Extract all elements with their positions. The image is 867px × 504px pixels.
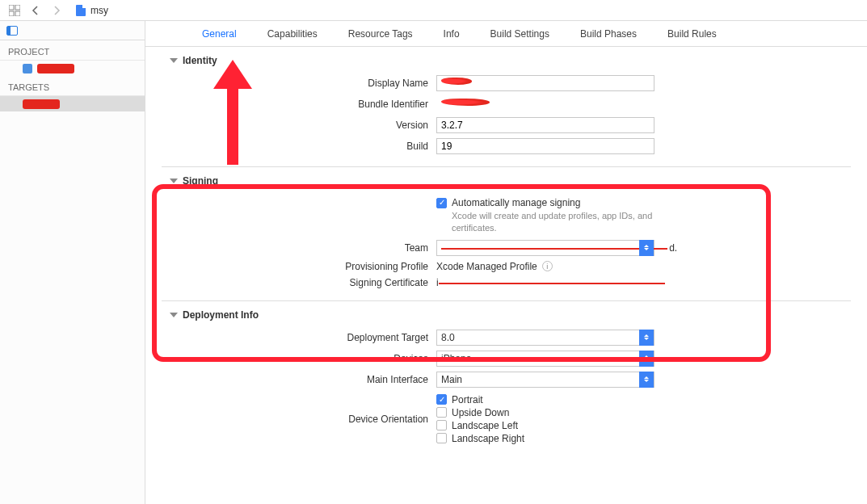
tab-build-phases[interactable]: Build Phases bbox=[580, 28, 637, 40]
devices-value: iPhone bbox=[441, 353, 471, 364]
breadcrumb[interactable]: msy bbox=[76, 5, 108, 16]
select-chevron-icon bbox=[639, 351, 654, 367]
section-signing: Signing Automatically manage signing Xco… bbox=[145, 167, 867, 299]
orientation-portrait[interactable]: Portrait bbox=[436, 394, 654, 405]
build-input[interactable] bbox=[436, 138, 654, 154]
deployment-target-value: 8.0 bbox=[441, 332, 455, 343]
tab-build-rules[interactable]: Build Rules bbox=[667, 28, 717, 40]
svg-rect-2 bbox=[9, 11, 14, 16]
checkbox-icon bbox=[436, 394, 447, 405]
version-input[interactable] bbox=[436, 117, 654, 133]
profile-value: Xcode Managed Profile bbox=[436, 261, 537, 272]
select-chevron-icon bbox=[639, 330, 654, 346]
section-identity: Identity Display Name Bundle Identifier … bbox=[145, 47, 867, 165]
identity-header[interactable]: Identity bbox=[170, 55, 843, 66]
tab-capabilities[interactable]: Capabilities bbox=[267, 28, 318, 40]
display-name-input[interactable] bbox=[436, 75, 654, 91]
sidebar-project-item[interactable] bbox=[0, 61, 145, 76]
project-file-icon bbox=[76, 5, 86, 16]
path-toolbar: msy bbox=[0, 0, 867, 21]
version-label: Version bbox=[170, 120, 436, 131]
signing-header[interactable]: Signing bbox=[170, 175, 843, 187]
redacted-team-value: XXXXXXXXXXXXXXXXXXXXXXXXXXXXXXXXXXX bbox=[441, 242, 667, 254]
redacted-target-name bbox=[23, 99, 60, 109]
devices-select[interactable]: iPhone bbox=[436, 351, 654, 367]
project-heading: PROJECT bbox=[0, 40, 145, 61]
disclosure-triangle-icon bbox=[170, 313, 178, 317]
devices-label: Devices bbox=[170, 353, 436, 364]
tab-resource-tags[interactable]: Resource Tags bbox=[348, 28, 413, 40]
tab-build-settings[interactable]: Build Settings bbox=[490, 28, 549, 40]
bundle-id-label: Bundle Identifier bbox=[170, 99, 436, 110]
display-name-label: Display Name bbox=[170, 78, 436, 89]
checkbox-icon bbox=[436, 198, 447, 208]
left-panel-icon[interactable] bbox=[6, 26, 18, 36]
select-chevron-icon bbox=[639, 240, 654, 256]
auto-signing-checkbox-row[interactable]: Automatically manage signing bbox=[436, 197, 695, 208]
deployment-target-label: Deployment Target bbox=[170, 332, 436, 343]
cert-label: Signing Certificate bbox=[170, 277, 436, 288]
orientation-landscape-left[interactable]: Landscape Left bbox=[436, 420, 654, 431]
section-deployment: Deployment Info Deployment Target 8.0 De… bbox=[145, 301, 867, 456]
team-value-suffix: d. bbox=[669, 242, 677, 254]
svg-rect-1 bbox=[15, 5, 20, 10]
editor-tabbar: General Capabilities Resource Tags Info … bbox=[145, 21, 867, 47]
checkbox-icon bbox=[436, 407, 447, 418]
orientation-label: Device Orientation bbox=[170, 414, 436, 425]
bundle-id-value bbox=[436, 96, 654, 112]
main-interface-select[interactable]: Main bbox=[436, 372, 654, 388]
redacted-display-name bbox=[441, 78, 472, 85]
related-items-icon[interactable] bbox=[8, 4, 21, 17]
deployment-target-select[interactable]: 8.0 bbox=[436, 330, 654, 346]
project-icon bbox=[23, 64, 32, 74]
team-select[interactable]: XXXXXXXXXXXXXXXXXXXXXXXXXXXXXXXXXXX d. bbox=[436, 240, 654, 256]
main-interface-label: Main Interface bbox=[170, 374, 436, 385]
deployment-header[interactable]: Deployment Info bbox=[170, 309, 843, 321]
orientation-landscape-right[interactable]: Landscape Right bbox=[436, 433, 654, 444]
tab-info[interactable]: Info bbox=[444, 28, 460, 40]
select-chevron-icon bbox=[639, 372, 654, 388]
targets-heading: TARGETS bbox=[0, 76, 145, 96]
main-panel: General Capabilities Resource Tags Info … bbox=[145, 21, 867, 504]
nav-forward-icon[interactable] bbox=[50, 4, 63, 17]
build-label: Build bbox=[170, 141, 436, 152]
redacted-project-name bbox=[37, 64, 74, 74]
redacted-bundle-id bbox=[441, 99, 490, 106]
main-interface-value: Main bbox=[441, 374, 462, 385]
disclosure-triangle-icon bbox=[170, 178, 178, 183]
deployment-title: Deployment Info bbox=[183, 309, 259, 321]
breadcrumb-filename: msy bbox=[90, 5, 108, 16]
team-label: Team bbox=[170, 242, 436, 254]
profile-label: Provisioning Profile bbox=[170, 261, 436, 272]
info-icon[interactable]: i bbox=[542, 261, 553, 271]
redacted-cert-value: XXXXXXXXXXXXXXXXXXXXXXXXXXXXXXXXXXX bbox=[439, 277, 665, 288]
tab-general[interactable]: General bbox=[202, 28, 237, 40]
checkbox-icon bbox=[436, 433, 447, 443]
sidebar-toolbar bbox=[0, 21, 145, 40]
orientation-upside-down[interactable]: Upside Down bbox=[436, 407, 654, 418]
checkbox-icon bbox=[436, 420, 447, 430]
auto-signing-label: Automatically manage signing bbox=[452, 197, 580, 208]
svg-rect-0 bbox=[9, 5, 14, 10]
nav-back-icon[interactable] bbox=[29, 4, 42, 17]
disclosure-triangle-icon bbox=[170, 58, 178, 63]
left-sidebar: PROJECT TARGETS bbox=[0, 21, 145, 504]
sidebar-target-item[interactable] bbox=[0, 96, 145, 111]
auto-signing-help: Xcode will create and update profiles, a… bbox=[452, 210, 678, 235]
svg-rect-3 bbox=[15, 11, 20, 16]
identity-title: Identity bbox=[183, 55, 217, 66]
signing-title: Signing bbox=[183, 175, 218, 187]
